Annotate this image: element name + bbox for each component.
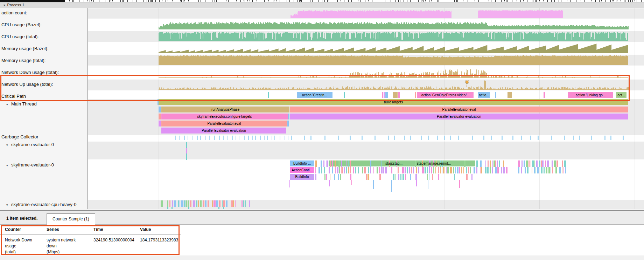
trace-sliver[interactable] xyxy=(338,160,340,167)
trace-sliver[interactable] xyxy=(446,167,447,173)
trace-sliver[interactable] xyxy=(528,160,530,167)
trace-sliver[interactable] xyxy=(188,200,189,207)
trace-sliver[interactable] xyxy=(186,200,187,207)
trace-sliver[interactable] xyxy=(531,160,532,167)
slice-actionconti-[interactable]: ActionConti... xyxy=(290,167,314,173)
trace-sliver[interactable] xyxy=(233,200,234,207)
slice-parallel-evaluator-evaluation[interactable]: Parallel Evaluator evaluation xyxy=(290,114,628,119)
trace-sliver[interactable] xyxy=(443,167,444,173)
trace-sliver[interactable] xyxy=(355,167,357,173)
trace-sliver[interactable] xyxy=(464,160,465,167)
trace-sliver[interactable] xyxy=(368,174,369,180)
hanging-slice-line[interactable] xyxy=(351,180,352,185)
trace-sliver[interactable] xyxy=(405,167,406,173)
trace-sliver[interactable] xyxy=(410,174,411,180)
trace-sliver[interactable] xyxy=(193,200,195,207)
trace-sliver[interactable] xyxy=(427,174,428,180)
trace-sliver[interactable] xyxy=(481,167,482,173)
trace-sliver[interactable] xyxy=(411,167,413,173)
trace-sliver[interactable] xyxy=(249,200,250,207)
trace-sliver[interactable] xyxy=(461,167,462,173)
trace-sliver[interactable] xyxy=(161,200,163,207)
collapse-arrow-icon[interactable]: ▾ xyxy=(6,103,11,106)
trace-sliver[interactable] xyxy=(167,200,169,207)
gc-tick[interactable] xyxy=(197,136,198,140)
cpu-heavy-subslice[interactable] xyxy=(223,207,224,209)
trace-sliver[interactable] xyxy=(377,167,378,173)
trace-sliver[interactable] xyxy=(544,167,545,173)
gc-tick[interactable] xyxy=(291,136,292,140)
slice-actio-[interactable]: actio... xyxy=(478,92,490,98)
trace-sliver[interactable] xyxy=(564,167,564,173)
eval1-violet-slice[interactable] xyxy=(186,148,187,153)
trace-sliver[interactable] xyxy=(468,167,469,173)
trace-sliver[interactable] xyxy=(564,160,566,167)
trace-sliver[interactable] xyxy=(480,160,482,167)
gc-tick[interactable] xyxy=(362,136,363,140)
gc-tick[interactable] xyxy=(200,136,201,140)
gc-tick[interactable] xyxy=(538,136,539,140)
gc-tick[interactable] xyxy=(472,136,473,140)
counter-track-memory-usage-bazel[interactable] xyxy=(88,43,644,54)
trace-sliver[interactable] xyxy=(418,167,419,173)
trace-sliver[interactable] xyxy=(327,160,328,167)
gc-tick[interactable] xyxy=(491,136,492,140)
gc-tick[interactable] xyxy=(214,136,215,140)
trace-sliver[interactable] xyxy=(330,174,331,180)
trace-sliver[interactable] xyxy=(435,167,436,173)
slice-critical-path[interactable] xyxy=(398,92,400,98)
tab-counter-sample[interactable]: Counter Sample (1) xyxy=(47,213,95,225)
hanging-slice-line[interactable] xyxy=(373,180,374,189)
trace-sliver[interactable] xyxy=(521,167,522,173)
trace-sliver[interactable] xyxy=(466,167,467,173)
counter-sample-marker[interactable] xyxy=(465,80,469,83)
gc-tick[interactable] xyxy=(338,136,339,140)
cpu-heavy-subslice[interactable] xyxy=(167,207,168,209)
slice-critical-path[interactable] xyxy=(382,92,383,98)
trace-sliver[interactable] xyxy=(398,167,399,173)
slice-critical-path[interactable] xyxy=(384,92,385,98)
slice-parallelevaluator-eval[interactable]: ParallelEvaluator.eval xyxy=(161,121,287,126)
hanging-slice-line[interactable] xyxy=(459,180,460,188)
sidebar-track-2[interactable]: CPU usage (total): xyxy=(1,34,39,39)
trace-sliver[interactable] xyxy=(480,167,481,173)
trace-sliver[interactable] xyxy=(235,200,236,207)
trace-sliver[interactable] xyxy=(429,174,429,180)
table-header-time[interactable]: Time xyxy=(89,225,135,234)
trace-sliver[interactable] xyxy=(562,160,564,167)
trace-sliver[interactable] xyxy=(315,174,316,180)
trace-sliver[interactable] xyxy=(552,167,553,173)
gc-tick[interactable] xyxy=(232,136,233,140)
trace-sliver[interactable] xyxy=(471,174,472,180)
trace-sliver[interactable] xyxy=(532,167,533,173)
trace-sliver[interactable] xyxy=(321,160,322,167)
trace-sliver[interactable] xyxy=(536,160,538,167)
gc-tick[interactable] xyxy=(374,136,376,140)
trace-sliver[interactable] xyxy=(425,167,426,173)
trace-sliver[interactable] xyxy=(208,200,209,207)
sidebar-track-5[interactable]: Network Down usage (total): xyxy=(1,70,59,75)
cpu-heavy-subslice[interactable] xyxy=(172,207,173,209)
gc-tick[interactable] xyxy=(530,136,531,140)
counter-track-cpu-usage-bazel[interactable] xyxy=(88,19,644,30)
gc-tick[interactable] xyxy=(188,136,188,140)
sidebar-track-3[interactable]: Memory usage (Bazel): xyxy=(1,46,48,51)
hanging-slice-line[interactable] xyxy=(428,180,428,189)
trace-sliver[interactable] xyxy=(429,167,430,173)
trace-sliver[interactable] xyxy=(562,167,562,173)
slice-action-creatin-[interactable]: action 'Creatin... xyxy=(297,92,332,98)
trace-sliver[interactable] xyxy=(536,167,536,173)
trace-sliver[interactable] xyxy=(415,174,416,180)
gc-tick[interactable] xyxy=(179,136,180,140)
trace-sliver[interactable] xyxy=(338,174,339,180)
sidebar-track-11[interactable]: ▾skyframe-evaluator-0 xyxy=(6,162,54,167)
gc-tick[interactable] xyxy=(252,136,253,140)
trace-sliver[interactable] xyxy=(463,167,464,173)
trace-sliver[interactable] xyxy=(497,167,499,173)
slice-critical-path[interactable] xyxy=(544,92,545,98)
trace-sliver[interactable] xyxy=(326,160,327,167)
trace-sliver[interactable] xyxy=(346,167,347,173)
trace-sliver[interactable] xyxy=(381,160,382,167)
trace-sliver[interactable] xyxy=(379,174,381,180)
sidebar-track-10[interactable]: ▾skyframe-evaluator-0 xyxy=(6,142,54,147)
